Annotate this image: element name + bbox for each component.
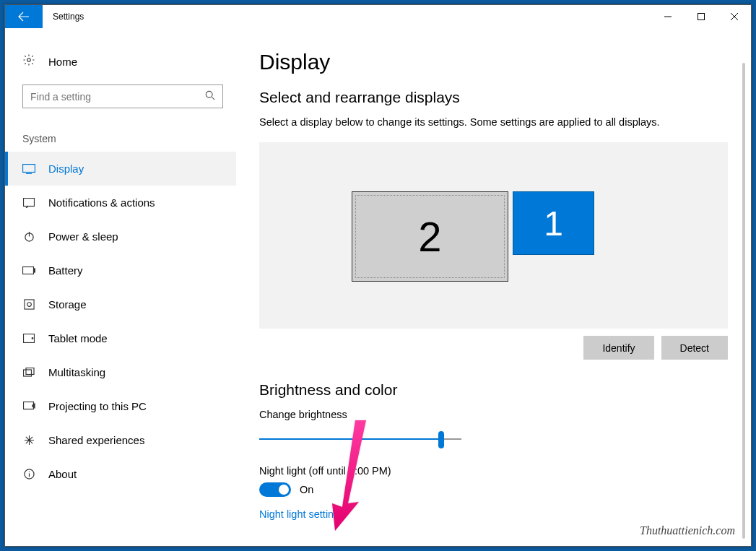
content-area: Home System Display Notifications & acti…	[5, 28, 751, 546]
svg-rect-7	[34, 269, 35, 272]
sidebar-item-display[interactable]: Display	[5, 152, 236, 186]
sidebar-item-label: Multitasking	[48, 366, 105, 378]
close-icon	[731, 13, 738, 20]
sidebar-section-label: System	[5, 123, 236, 152]
svg-rect-13	[26, 368, 34, 375]
power-icon	[22, 231, 35, 242]
sidebar-item-label: Battery	[48, 264, 83, 277]
night-light-settings-link[interactable]: Night light settings	[259, 508, 728, 520]
tablet-icon	[22, 334, 35, 343]
identify-button[interactable]: Identify	[583, 336, 653, 360]
slider-thumb[interactable]	[438, 431, 444, 448]
minimize-button[interactable]	[651, 5, 685, 28]
arrange-button-row: Identify Detect	[259, 336, 728, 360]
search-box[interactable]	[22, 84, 223, 108]
notifications-icon	[22, 198, 35, 208]
sidebar-item-notifications[interactable]: Notifications & actions	[5, 186, 236, 220]
window-title: Settings	[43, 12, 651, 22]
maximize-icon	[698, 13, 705, 20]
display-icon	[22, 164, 35, 174]
night-light-toggle-row: On	[259, 482, 728, 497]
home-label: Home	[48, 56, 77, 68]
night-light-label: Night light (off until 9:00 PM)	[259, 465, 728, 477]
projecting-icon	[22, 402, 35, 412]
shared-icon	[22, 435, 35, 446]
main-panel: Display Select and rearrange displays Se…	[236, 28, 751, 546]
page-title: Display	[259, 50, 728, 74]
arrange-description: Select a display below to change its set…	[259, 116, 728, 128]
close-button[interactable]	[718, 5, 751, 28]
sidebar-item-projecting[interactable]: Projecting to this PC	[5, 389, 236, 423]
minimize-icon	[664, 13, 672, 20]
home-button[interactable]: Home	[5, 45, 236, 77]
sidebar: Home System Display Notifications & acti…	[5, 28, 236, 546]
sidebar-item-power[interactable]: Power & sleep	[5, 220, 236, 253]
display-monitor-2[interactable]: 2	[352, 191, 508, 282]
back-arrow-icon	[18, 11, 30, 22]
sidebar-item-label: Tablet mode	[48, 332, 108, 344]
multitasking-icon	[22, 368, 35, 377]
sidebar-item-storage[interactable]: Storage	[5, 287, 236, 321]
back-button[interactable]	[5, 5, 43, 28]
about-icon	[22, 469, 35, 480]
display-monitor-1[interactable]: 1	[513, 191, 594, 255]
detect-button[interactable]: Detect	[661, 336, 728, 360]
svg-rect-3	[23, 164, 35, 172]
svg-rect-12	[24, 370, 32, 376]
titlebar: Settings	[5, 5, 751, 28]
watermark: Thuthuattienich.com	[640, 524, 735, 537]
svg-rect-8	[24, 300, 33, 309]
brightness-slider[interactable]	[259, 429, 461, 451]
sidebar-item-label: Projecting to this PC	[48, 400, 147, 412]
sidebar-item-label: Display	[48, 162, 84, 175]
display-arrange-area[interactable]: 2 1	[259, 142, 728, 329]
sidebar-item-label: About	[48, 468, 77, 480]
svg-point-2	[206, 91, 212, 97]
settings-window: Settings Home	[4, 4, 752, 547]
battery-icon	[22, 266, 35, 274]
sidebar-item-label: Shared experiences	[48, 434, 144, 446]
svg-point-9	[27, 303, 31, 307]
toggle-state-text: On	[300, 484, 313, 495]
brightness-heading: Brightness and color	[259, 381, 728, 399]
sidebar-item-about[interactable]: About	[5, 457, 236, 491]
slider-fill	[259, 438, 440, 440]
window-controls	[651, 5, 751, 28]
maximize-button[interactable]	[685, 5, 718, 28]
svg-rect-6	[23, 267, 34, 274]
search-icon	[205, 90, 215, 103]
arrange-heading: Select and rearrange displays	[259, 89, 728, 106]
brightness-label: Change brightness	[259, 409, 728, 420]
sidebar-item-shared[interactable]: Shared experiences	[5, 423, 236, 457]
toggle-knob	[279, 485, 289, 495]
svg-point-1	[27, 58, 31, 62]
svg-rect-0	[698, 14, 705, 20]
svg-point-11	[32, 338, 33, 339]
sidebar-item-label: Power & sleep	[48, 230, 118, 243]
svg-rect-4	[24, 198, 35, 206]
gear-icon	[22, 53, 35, 69]
night-light-toggle[interactable]	[259, 482, 291, 497]
sidebar-item-label: Notifications & actions	[48, 196, 155, 209]
sidebar-item-tablet[interactable]: Tablet mode	[5, 321, 236, 355]
sidebar-item-label: Storage	[48, 298, 87, 311]
storage-icon	[22, 299, 35, 310]
monitor-number: 1	[544, 204, 563, 243]
sidebar-item-battery[interactable]: Battery	[5, 253, 236, 287]
sidebar-item-multitasking[interactable]: Multitasking	[5, 355, 236, 389]
monitor-number: 2	[418, 212, 441, 261]
scrollbar[interactable]	[742, 63, 745, 539]
search-input[interactable]	[30, 91, 205, 103]
